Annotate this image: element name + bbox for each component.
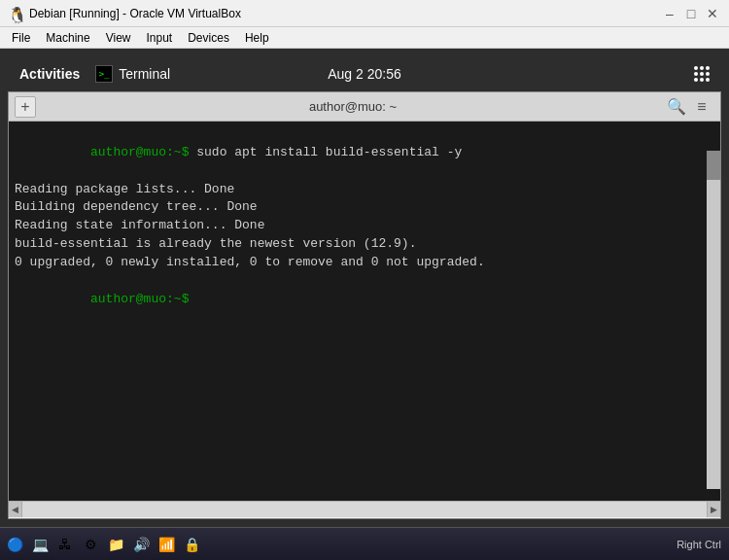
taskbar-icon-5[interactable]: 📁: [105, 534, 126, 555]
terminal-header: + author@muo: ~ 🔍 ≡: [9, 92, 720, 122]
right-ctrl-label: Right Ctrl: [677, 539, 725, 550]
prompt-1: author@muo:~$: [90, 145, 196, 159]
window-title: Debian [Running] - Oracle VM VirtualBox: [29, 7, 661, 20]
taskbar-icon-3[interactable]: 🖧: [54, 534, 76, 555]
menu-help[interactable]: Help: [237, 29, 277, 47]
menu-file[interactable]: File: [4, 29, 38, 47]
maximize-button[interactable]: □: [682, 5, 700, 22]
menu-bar: File Machine View Input Devices Help: [0, 27, 729, 49]
app-label: >_ Terminal: [95, 65, 170, 83]
terminal-line-5: build-essential is already the newest ve…: [15, 235, 714, 254]
menu-machine[interactable]: Machine: [38, 29, 97, 47]
activities-button[interactable]: Activities: [19, 66, 80, 82]
taskbar-icon-8[interactable]: 🔒: [181, 534, 202, 555]
window-controls: – □ ✕: [661, 5, 721, 22]
terminal-tab-title: author@muo: ~: [42, 99, 664, 114]
terminal-line-4: Reading state information... Done: [15, 217, 714, 235]
vertical-scrollbar[interactable]: [707, 151, 720, 489]
menu-devices[interactable]: Devices: [180, 29, 237, 47]
terminal-line-1: author@muo:~$ sudo apt install build-ess…: [15, 125, 714, 181]
gnome-status-area: [694, 66, 710, 82]
vm-window: 🐧 Debian [Running] - Oracle VM VirtualBo…: [0, 0, 729, 560]
app-name: Terminal: [119, 66, 170, 82]
terminal-window: + author@muo: ~ 🔍 ≡ author@muo:~$ sudo a…: [8, 91, 721, 519]
taskbar-icon-1[interactable]: 🔵: [4, 534, 25, 555]
terminal-line-2: Reading package lists... Done: [15, 181, 714, 199]
gnome-topbar: Activities >_ Terminal Aug 2 20:56: [8, 56, 721, 91]
terminal-line-6: 0 upgraded, 0 newly installed, 0 to remo…: [15, 254, 714, 272]
gnome-clock: Aug 2 20:56: [328, 66, 401, 82]
scroll-right-button[interactable]: ▶: [707, 502, 720, 517]
taskbar: 🔵 💻 🖧 ⚙ 📁 🔊 📶 🔒 Right Ctrl: [0, 527, 729, 560]
title-bar: 🐧 Debian [Running] - Oracle VM VirtualBo…: [0, 0, 729, 27]
minimize-button[interactable]: –: [661, 5, 678, 22]
taskbar-icon-4[interactable]: ⚙: [80, 534, 101, 555]
scrollbar-thumb[interactable]: [707, 151, 720, 180]
new-tab-button[interactable]: +: [15, 96, 36, 118]
terminal-menu-button[interactable]: ≡: [689, 94, 714, 120]
scroll-left-button[interactable]: ◀: [9, 502, 22, 517]
taskbar-icon-7[interactable]: 📶: [156, 534, 177, 555]
grid-icon: [694, 66, 710, 82]
prompt-2: author@muo:~$: [90, 292, 196, 306]
terminal-line-7: author@muo:~$: [15, 272, 714, 328]
terminal-line-3: Building dependency tree... Done: [15, 198, 714, 217]
vm-content: Activities >_ Terminal Aug 2 20:56 +: [0, 49, 729, 527]
menu-view[interactable]: View: [98, 29, 139, 47]
taskbar-icon-6[interactable]: 🔊: [130, 534, 152, 555]
command-1: sudo apt install build-essential -y: [196, 145, 462, 159]
horizontal-scrollbar[interactable]: ◀ ▶: [9, 501, 720, 516]
taskbar-icon-2[interactable]: 💻: [29, 534, 51, 555]
close-button[interactable]: ✕: [704, 5, 721, 22]
window-icon: 🐧: [8, 6, 23, 21]
terminal-body[interactable]: author@muo:~$ sudo apt install build-ess…: [9, 122, 720, 501]
terminal-search-button[interactable]: 🔍: [664, 94, 689, 120]
menu-input[interactable]: Input: [139, 29, 181, 47]
terminal-app-icon: >_: [95, 65, 113, 83]
scroll-track[interactable]: [22, 502, 707, 517]
